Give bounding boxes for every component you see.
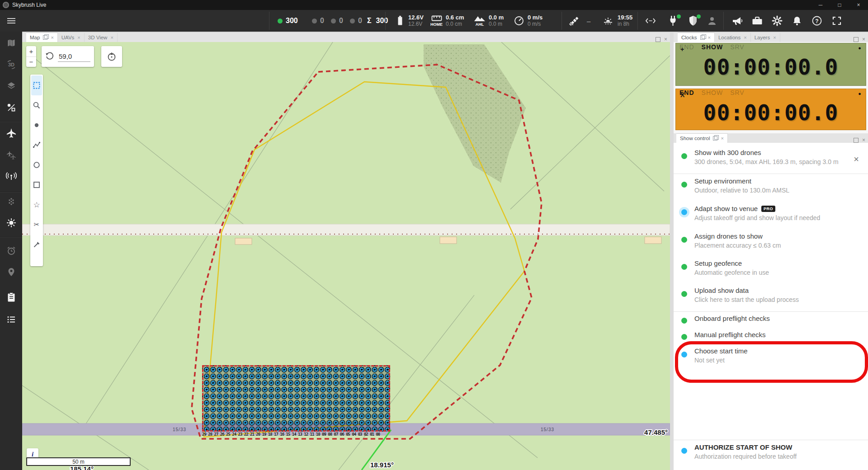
tab-layers-label: Layers xyxy=(755,35,770,40)
end-clock[interactable]: X ENDSHOWSRV ● 00:00:00.0 xyxy=(675,89,866,130)
takeoff-grid[interactable] xyxy=(202,365,390,432)
toolbar-separator xyxy=(723,12,724,30)
magnifier-icon xyxy=(33,101,41,109)
close-panel-icon[interactable]: × xyxy=(664,37,667,42)
popout-icon[interactable] xyxy=(43,35,47,40)
titlebar: Skybrush Live ─ □ × xyxy=(0,0,868,10)
sidebar-item-rtk[interactable] xyxy=(0,167,22,185)
user-account-button[interactable] xyxy=(705,10,719,32)
broadcast-button[interactable] xyxy=(729,10,746,32)
close-panel-icon[interactable]: × xyxy=(862,137,865,143)
zoom-out-button[interactable]: − xyxy=(26,57,36,67)
close-panel-icon[interactable]: × xyxy=(862,37,865,42)
authorize-subtitle: Authorization required before takeoff xyxy=(694,453,797,460)
dock-divider[interactable] xyxy=(670,33,674,470)
tab-close-icon[interactable]: × xyxy=(708,35,711,40)
briefcase-icon xyxy=(751,15,763,26)
edit-feature-tool-button[interactable] xyxy=(31,235,42,254)
minimize-button[interactable]: ─ xyxy=(811,0,830,10)
compass-icon xyxy=(106,51,117,62)
help-button[interactable]: ? xyxy=(808,10,826,32)
map-canvas[interactable]: 185.14° 18.915° 47.485° 15/33 15/33 29 2… xyxy=(22,42,670,470)
safety-ok-badge xyxy=(697,14,701,19)
connection-status-button[interactable] xyxy=(665,10,681,32)
draw-star-tool-button[interactable]: ☆ xyxy=(31,195,42,215)
settings-button[interactable] xyxy=(769,10,786,32)
sunset-time: 19:55 in 8h xyxy=(602,10,632,32)
tab-map-label: Map xyxy=(30,35,40,40)
reset-orientation-button[interactable] xyxy=(101,46,122,67)
draw-path-tool-button[interactable] xyxy=(31,135,42,155)
item-subtitle: Click here to start the upload process xyxy=(694,296,799,303)
fullscreen-icon xyxy=(831,15,842,26)
sidebar-item-beacons[interactable] xyxy=(0,193,22,211)
draw-rectangle-tool-button[interactable] xyxy=(31,175,42,195)
tab-show-control[interactable]: Show control × xyxy=(676,133,728,143)
zoom-tool-button[interactable] xyxy=(31,95,42,115)
sidebar-item-map[interactable] xyxy=(0,34,22,52)
tab-close-icon[interactable]: × xyxy=(77,35,80,40)
close-button[interactable]: × xyxy=(849,0,868,10)
sidebar-item-locations[interactable] xyxy=(0,263,22,281)
draw-circle-tool-button[interactable] xyxy=(31,155,42,175)
tab-map[interactable]: Map × xyxy=(26,33,58,42)
checklist-item-onboard-preflight[interactable]: Onboard preflight checks xyxy=(674,314,868,329)
notifications-button[interactable] xyxy=(788,10,806,32)
altitude-min-value: 0.0 m xyxy=(489,21,504,27)
uav-count-active[interactable]: 300 xyxy=(278,10,298,32)
popout-icon[interactable] xyxy=(713,136,717,141)
sidebar-divider xyxy=(0,192,22,192)
uav-count-error[interactable]: 0 xyxy=(331,10,343,32)
sidebar-item-3d-view[interactable]: 3D xyxy=(0,56,22,74)
clear-show-icon[interactable]: × xyxy=(854,154,859,164)
draw-point-tool-button[interactable] xyxy=(31,115,42,135)
checklist-item-geofence[interactable]: Setup geofence Automatic geofence in use xyxy=(674,258,868,284)
clock-time-display: 00:00:00.0 xyxy=(676,53,866,80)
tab-close-icon[interactable]: × xyxy=(744,35,746,40)
popout-icon[interactable] xyxy=(700,35,705,40)
gauge-icon xyxy=(514,15,524,26)
fullscreen-button[interactable] xyxy=(828,10,845,32)
battery-min-value: 12.6V xyxy=(408,21,424,27)
toolbox-button[interactable] xyxy=(749,10,766,32)
tab-3d-view[interactable]: 3D View × xyxy=(85,33,118,42)
sidebar-item-alarm-clock[interactable] xyxy=(0,242,22,260)
sidebar-item-swarm[interactable] xyxy=(0,146,22,164)
checklist-item-environment[interactable]: Setup environment Outdoor, relative to 1… xyxy=(674,175,868,202)
star-icon: ☆ xyxy=(33,200,40,210)
tab-uavs[interactable]: UAVs × xyxy=(58,33,85,42)
maximize-panel-icon[interactable] xyxy=(854,37,859,42)
status-dot xyxy=(681,209,687,215)
sidebar-item-features[interactable] xyxy=(0,99,22,117)
maximize-panel-icon[interactable] xyxy=(854,138,859,143)
uav-count-warning[interactable]: 0 xyxy=(312,10,324,32)
sidebar-item-list[interactable] xyxy=(0,310,22,329)
divider xyxy=(674,440,868,440)
checklist-item-assign-drones[interactable]: Assign drones to show Placement accuracy… xyxy=(674,230,868,257)
sidebar-divider xyxy=(0,236,22,237)
server-console-button[interactable] xyxy=(644,10,657,32)
checklist-item-adapt-venue[interactable]: Adapt show to venuePRO Adjust takeoff gr… xyxy=(674,203,868,230)
tab-close-icon[interactable]: × xyxy=(721,136,723,141)
checklist-item-upload[interactable]: Upload show data Click here to start the… xyxy=(674,285,868,311)
rotation-input[interactable]: 59,0 xyxy=(58,52,90,62)
tab-close-icon[interactable]: × xyxy=(110,35,113,40)
sidebar-item-uavs[interactable] xyxy=(0,124,22,142)
maximize-button[interactable]: □ xyxy=(830,0,849,10)
tab-close-icon[interactable]: × xyxy=(773,35,776,40)
cut-hole-tool-button[interactable]: ✂ xyxy=(31,215,42,235)
maximize-panel-icon[interactable] xyxy=(656,37,660,42)
authorize-start-button[interactable]: AUTHORIZE START OF SHOW Authorization re… xyxy=(674,442,868,468)
tab-close-icon[interactable]: × xyxy=(51,35,53,40)
uav-count-gone[interactable]: 0 xyxy=(350,10,362,32)
safety-status-button[interactable] xyxy=(685,10,701,32)
checklist-item-show-file[interactable]: Show with 300 drones 300 drones, 5:04, m… xyxy=(674,147,868,174)
zoom-in-button[interactable]: + xyxy=(26,46,36,57)
select-tool-button[interactable] xyxy=(31,75,42,95)
sidebar-item-layers[interactable] xyxy=(0,77,22,95)
show-clock[interactable]: + ENDSHOWSRV ● 00:00:00.0 xyxy=(675,43,866,86)
hamburger-menu-button[interactable] xyxy=(6,10,17,32)
tab-layers[interactable]: Layers × xyxy=(751,33,780,42)
sidebar-item-show-control[interactable] xyxy=(0,288,22,306)
sidebar-item-light-control[interactable] xyxy=(0,214,22,232)
